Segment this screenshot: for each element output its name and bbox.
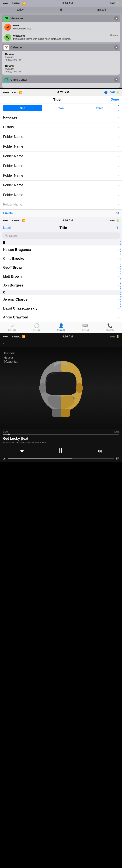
seg-two[interactable]: Two [42, 105, 80, 111]
gamecenter-notification: 🎮 Game Center ✕ [2, 76, 120, 88]
wifi-icon-3: 📶 [22, 219, 25, 222]
contact-david-chaszcziwskiy[interactable]: David Chaszcziwskiy › [0, 304, 122, 313]
progress-bar[interactable] [3, 434, 119, 435]
recents-label: Recents [33, 329, 40, 331]
signal-dots-4 [3, 336, 11, 337]
battery-icon: 🔋 [116, 2, 119, 5]
progress-knob[interactable] [8, 434, 10, 435]
seg-one[interactable]: One [3, 105, 42, 111]
tab-contacts[interactable]: 👤 Contacts [49, 323, 73, 331]
calendar-header: 📅 Calendar ✕ [2, 44, 120, 51]
private-button[interactable]: Private [3, 212, 13, 215]
signal-3: SIGNAL [12, 219, 21, 222]
segmented-control[interactable]: One Two Three [3, 105, 119, 111]
list-item-folder-2[interactable]: Folder Name › [0, 142, 122, 152]
signal-4: SIGNAL [12, 335, 21, 338]
signal-dots-2 [3, 92, 11, 93]
pause-button[interactable]: ⏸ [57, 447, 64, 455]
search-icon: 🔍 [4, 234, 8, 237]
contact-angie-crawford[interactable]: Angie Crawford › [0, 313, 122, 322]
contact-chris-brooke[interactable]: Chris Brooke › [0, 254, 122, 263]
music-progress: 0:00 -5:03 [0, 429, 122, 435]
seg-three[interactable]: Three [80, 105, 119, 111]
volume-control: 🔈 🔊 [0, 456, 122, 462]
song-title: Get Lucky (feat [3, 437, 119, 441]
list-item-folder-5[interactable]: Folder Name › [0, 171, 122, 181]
contact-nelson-braganca[interactable]: Nelson Braganca › [0, 245, 122, 254]
messages-header: ✉ Messages ✕ [2, 15, 120, 22]
status3-right: 50% 🔋 [110, 219, 119, 222]
gamecenter-content [2, 83, 120, 88]
tab-keypad[interactable]: ⌨ Keypad [73, 323, 98, 331]
battery-2: 100% [108, 91, 115, 94]
list-item-folder-4[interactable]: Folder Name › [0, 161, 122, 171]
cal-date-2: Today, 3:00 PM [5, 70, 118, 73]
chevron-icon: › [118, 193, 119, 197]
contacts-tab-label: Contacts [57, 329, 65, 331]
chevron-icon: › [118, 284, 119, 287]
mike-text: Wooden GUI Set. [13, 27, 118, 30]
time-display-2: 4:21 PM [57, 91, 69, 94]
volume-high-icon: 🔊 [116, 457, 119, 460]
forward-button[interactable]: ⏭ [97, 448, 102, 454]
notif-wasauski[interactable]: W Wasauski 60m ago Minimalistic theme wi… [2, 32, 120, 42]
chevron-icon: › [118, 145, 119, 148]
edit-button[interactable]: Edit [114, 212, 119, 215]
tab-missed[interactable]: missed [81, 7, 122, 13]
list-item-folder-1[interactable]: Folder Name › [0, 132, 122, 142]
chevron-icon: › [118, 257, 119, 260]
alpha-scroll[interactable]: A B C D E F G H I J K L M N O P Q R S T … [120, 240, 122, 308]
tab-favorites[interactable]: ☆ Favorites [0, 323, 24, 331]
chevron-icon: › [118, 184, 119, 187]
progress-times: 0:00 -5:03 [3, 431, 119, 433]
section-header-b: B [0, 240, 122, 245]
back-button[interactable]: ‹ [3, 341, 4, 346]
contact-geoff-brown[interactable]: Geoff Brown › [0, 263, 122, 272]
volume-bar[interactable] [8, 458, 114, 459]
list-item-folder-8[interactable]: Folder Name › [0, 200, 122, 209]
contact-matt-brown[interactable]: Matt Brown › [0, 272, 122, 281]
battery-icon-2: 🔵 [104, 91, 108, 94]
search-bar[interactable]: 🔍 [2, 232, 120, 239]
messages-close-button[interactable]: ✕ [114, 16, 119, 21]
list-item-folder-6[interactable]: Folder Name › [0, 181, 122, 190]
list-item-folder-7[interactable]: Folder Name › [0, 190, 122, 200]
add-contact-button[interactable]: + [116, 225, 119, 230]
list-item-favorites[interactable]: Favorites › [0, 113, 122, 122]
contacts-icon: 👤 [59, 323, 64, 328]
search-input[interactable] [9, 234, 118, 237]
favorite-button[interactable]: ★ [20, 448, 24, 454]
chevron-icon: › [118, 126, 119, 129]
tab-all[interactable]: all [41, 7, 81, 13]
contact-jon-burgess[interactable]: Jon Burgess › [0, 281, 122, 290]
messages-title: Messages [10, 17, 24, 20]
recents-icon: 🕐 [34, 323, 39, 328]
calendar-item-2[interactable]: Review Invitation Today, 3:00 PM [2, 63, 120, 74]
status-bar: SIGNAL 📶 8:16 AM 50% 🔋 [0, 0, 122, 7]
tab-voicemail[interactable]: 📞 Voicemail [98, 323, 122, 331]
mike-avatar: M [4, 24, 11, 31]
contact-jeremy-charge[interactable]: Jeremy Charge › [0, 295, 122, 304]
tab-today[interactable]: today [0, 7, 41, 13]
chevron-icon: › [118, 248, 119, 252]
keypad-icon: ⌨ [82, 323, 89, 328]
notif-mike[interactable]: M Mike Wooden GUI Set. [2, 22, 120, 32]
battery-3: 50% [110, 219, 115, 222]
wifi-icon-4: 📶 [22, 335, 25, 338]
section-header-c: C [0, 290, 122, 295]
bookmarks-list: Favorites › History › Folder Name › Fold… [0, 113, 122, 209]
list-item-history[interactable]: History › [0, 122, 122, 132]
music-controls: ★ ⏸ ⏭ [0, 445, 122, 456]
tab-recents[interactable]: 🕐 Recents [24, 323, 49, 331]
notification-center: SIGNAL 📶 8:16 AM 50% 🔋 today all missed … [0, 0, 122, 88]
calendar-close-button[interactable]: ✕ [114, 45, 119, 50]
list-item-folder-3[interactable]: Folder Name › [0, 152, 122, 161]
music-title-area: Get Lucky (feat Daft Punk - Random Acces… [0, 435, 122, 445]
wifi-icon-2: 📶 [19, 91, 22, 94]
messages-icon: ✉ [3, 16, 9, 21]
gamecenter-close-button[interactable]: ✕ [114, 78, 119, 82]
done-button[interactable]: Done [111, 98, 119, 101]
contacts-nav-label[interactable]: Label [3, 226, 11, 229]
progress-end: -5:03 [114, 431, 119, 433]
calendar-item-1[interactable]: Review Invitation Today, 3:00 PM [2, 51, 120, 63]
